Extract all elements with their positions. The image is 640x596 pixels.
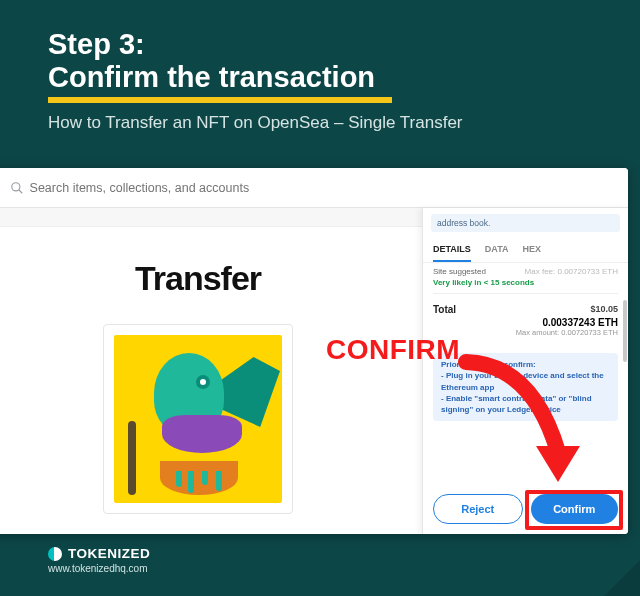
brand-dot-icon: [48, 547, 62, 561]
max-fee: Max fee: 0.00720733 ETH: [525, 267, 618, 276]
wallet-scrollbar[interactable]: [623, 300, 627, 362]
howto-subtitle: How to Transfer an NFT on OpenSea – Sing…: [48, 113, 592, 133]
transfer-heading: Transfer: [135, 259, 261, 298]
reject-button[interactable]: Reject: [433, 494, 523, 524]
search-icon: [10, 181, 24, 195]
brand-url: www.tokenizedhq.com: [48, 563, 150, 574]
svg-point-0: [11, 182, 19, 190]
screenshot-container: ea Transfer: [0, 168, 628, 534]
step-number: Step 3:: [48, 28, 592, 61]
wallet-notice: address book.: [431, 214, 620, 232]
ledger-instructions: Prior to clicking confirm: - Plug in you…: [433, 353, 618, 421]
svg-line-1: [18, 189, 22, 193]
tab-hex[interactable]: HEX: [523, 240, 542, 262]
search-wrap: [10, 181, 618, 195]
annotation-confirm-label: CONFIRM: [326, 334, 460, 366]
title-underline: [48, 97, 392, 103]
confirm-button[interactable]: Confirm: [531, 494, 619, 524]
nft-card[interactable]: [103, 324, 293, 514]
wallet-tabs: DETAILS DATA HEX: [423, 236, 628, 263]
gas-estimate-text: Very likely in < 15 seconds: [423, 278, 628, 293]
opensea-topbar: ea: [0, 168, 628, 208]
search-input[interactable]: [30, 181, 618, 195]
wallet-popup: address book. DETAILS DATA HEX Site sugg…: [422, 208, 628, 534]
page-curl-icon: [604, 560, 640, 596]
transfer-panel: Transfer: [0, 226, 422, 534]
tab-details[interactable]: DETAILS: [433, 240, 471, 262]
brand-logo: TOKENIZED: [48, 546, 150, 561]
total-label: Total: [433, 304, 456, 315]
site-suggested-label: Site suggested: [433, 267, 486, 276]
step-title: Confirm the transaction: [48, 61, 375, 94]
brand-name: TOKENIZED: [68, 546, 150, 561]
total-eth: 0.00337243 ETH: [423, 317, 628, 328]
total-usd: $10.05: [590, 304, 618, 315]
nft-image: [114, 335, 282, 503]
tab-data[interactable]: DATA: [485, 240, 509, 262]
